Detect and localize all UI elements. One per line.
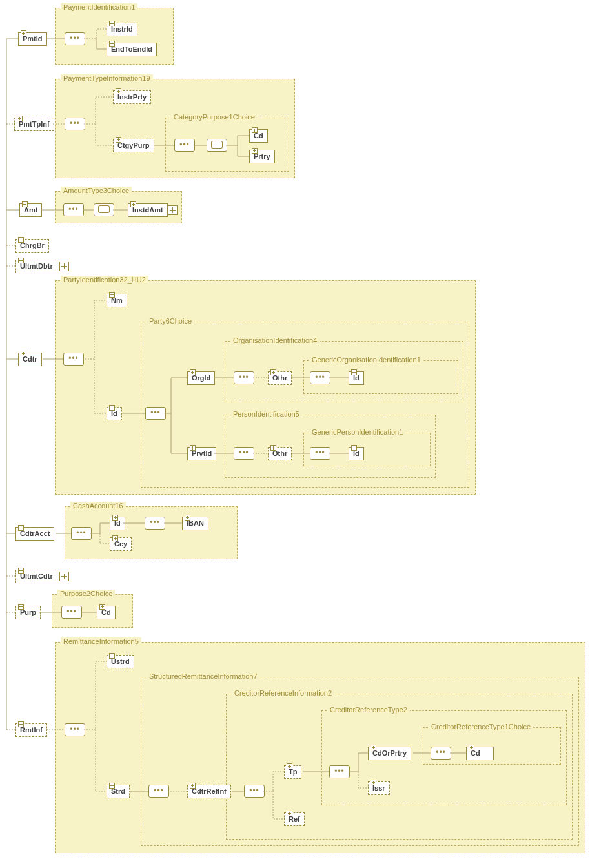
sequence-icon [234,447,254,460]
sequence-icon [174,139,195,152]
node-amt[interactable]: Amt [19,203,42,217]
text-icon [22,202,28,207]
text-icon [185,515,190,521]
text-icon [469,745,474,750]
text-icon [190,783,196,789]
node-prtry[interactable]: Prtry [249,150,275,163]
text-icon [21,30,26,36]
node-cd-or-prtry[interactable]: CdOrPrtry [368,747,411,760]
sequence-icon [65,118,85,130]
text-icon [252,148,258,154]
text-icon [190,369,196,375]
node-instr-prty[interactable]: InstrPrty [113,90,151,104]
text-icon [287,811,292,816]
text-icon [190,445,196,451]
text-icon [287,763,292,769]
text-icon [109,653,115,659]
sequence-icon [145,407,166,420]
text-icon [109,21,115,26]
node-instr-id[interactable]: InstrId [107,23,137,36]
sequence-icon [65,32,85,45]
node-end-to-end-id[interactable]: EndToEndId [107,43,157,56]
node-id-org[interactable]: Id [349,371,364,385]
node-othr-prvt[interactable]: Othr [268,447,292,460]
text-icon [18,568,24,574]
node-iban[interactable]: IBAN [182,517,208,530]
text-icon [270,369,276,375]
text-icon [371,745,376,750]
text-icon [18,258,24,264]
node-cd[interactable]: Cd [249,129,268,143]
node-cdtr[interactable]: Cdtr [18,353,42,366]
sequence-icon [145,517,165,530]
text-icon [18,721,24,727]
sequence-icon [234,371,254,384]
node-rmt-inf[interactable]: RmtInf [15,723,47,737]
schema-diagram: PaymentIdentification1 PaymentTypeInform… [0,0,599,868]
text-icon [18,525,24,531]
node-id[interactable]: Id [107,407,122,420]
node-pmt-tp-inf[interactable]: PmtTpInf [14,118,54,131]
text-icon [351,445,357,451]
node-prvt-id[interactable]: PrvtId [187,447,216,460]
text-icon [99,604,105,610]
node-cdtr-ref-inf[interactable]: CdtrRefInf [187,785,231,798]
choice-icon [94,203,114,216]
node-ultmt-cdtr[interactable]: UltmtCdtr [15,570,57,583]
text-icon [18,604,24,610]
text-icon [109,292,115,298]
node-instd-amt[interactable]: InstdAmt [128,203,168,217]
text-icon [351,369,357,375]
text-icon [130,202,136,207]
node-ref[interactable]: Ref [284,812,305,826]
sequence-icon [65,723,85,736]
sequence-icon [431,747,451,760]
expand-icon[interactable] [168,205,178,215]
node-cd2[interactable]: Cd [466,747,494,760]
sequence-icon [63,203,84,216]
sequence-icon [71,527,92,540]
expand-icon[interactable] [59,572,69,581]
text-icon [371,780,376,785]
node-nm[interactable]: Nm [107,294,127,307]
node-ustrd[interactable]: Ustrd [107,655,134,668]
node-othr-org[interactable]: Othr [268,371,292,385]
text-icon [21,351,26,356]
node-pmt-id[interactable]: PmtId [18,32,47,46]
node-cdtr-acct-id[interactable]: Id [110,517,125,530]
text-icon [270,445,276,451]
expand-icon[interactable] [59,262,69,271]
text-icon [112,535,118,541]
text-icon [116,88,121,94]
sequence-icon [244,785,265,798]
text-icon [109,405,115,411]
text-icon [116,137,121,143]
node-ultmt-dbtr[interactable]: UltmtDbtr [15,260,57,273]
node-purp[interactable]: Purp [15,606,41,619]
node-org-id[interactable]: OrgId [187,371,215,385]
text-icon [18,237,24,243]
text-icon [112,515,118,521]
node-purp-cd[interactable]: Cd [97,606,116,619]
text-icon [252,127,258,133]
sequence-icon [61,606,82,619]
node-ctgy-purp[interactable]: CtgyPurp [113,139,154,152]
node-ccy[interactable]: Ccy [110,537,132,551]
node-strd[interactable]: Strd [107,785,130,798]
text-icon [109,783,115,789]
node-issr[interactable]: Issr [368,781,390,795]
sequence-icon [148,785,169,798]
text-icon [17,116,23,121]
sequence-icon [63,353,84,366]
sequence-icon [329,765,350,778]
choice-icon [207,139,227,152]
node-cdtr-acct[interactable]: CdtrAcct [15,527,54,541]
node-chrg-br[interactable]: ChrgBr [15,239,49,253]
text-icon [109,41,115,46]
node-id-prvt[interactable]: Id [349,447,364,460]
sequence-icon [310,371,330,384]
node-tp[interactable]: Tp [284,765,301,779]
sequence-icon [310,447,330,460]
